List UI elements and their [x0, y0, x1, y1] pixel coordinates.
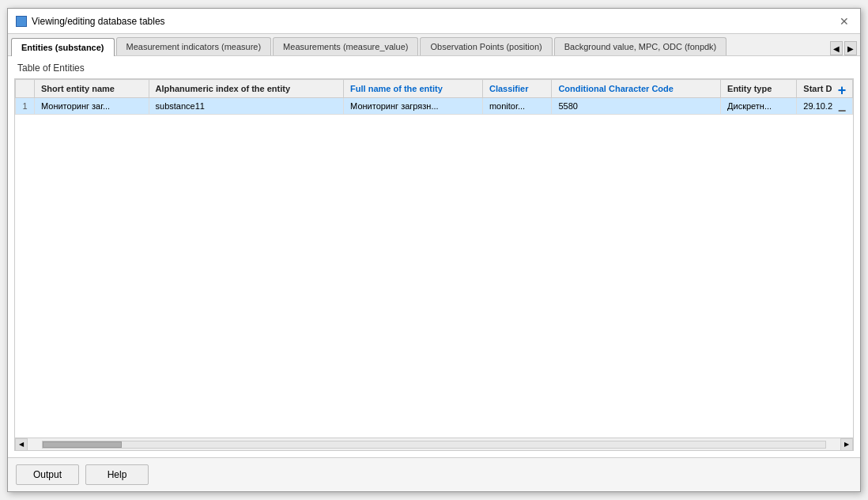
- title-bar-left: Viewing/editing database tables: [16, 16, 165, 27]
- tab-measurement-indicators[interactable]: Measurement indicators (measure): [116, 37, 272, 55]
- tabs-navigation: ◀ ▶: [830, 38, 860, 55]
- window-title: Viewing/editing database tables: [32, 16, 165, 27]
- col-header-alpha-index: Alphanumeric index of the entity: [149, 80, 344, 98]
- entities-table: Short entity name Alphanumeric index of …: [15, 79, 853, 115]
- main-window: Viewing/editing database tables ✕ Entiti…: [7, 8, 861, 492]
- tabs-prev-button[interactable]: ◀: [830, 41, 843, 55]
- table-title: Table of Entities: [14, 62, 854, 74]
- table-header-row: Short entity name Alphanumeric index of …: [16, 80, 853, 98]
- add-row-button[interactable]: +: [834, 82, 850, 98]
- output-button[interactable]: Output: [16, 464, 79, 485]
- col-header-classifier: Classifier: [482, 80, 551, 98]
- cell-row-num: 1: [16, 98, 35, 115]
- col-header-short-name: Short entity name: [35, 80, 149, 98]
- cell-short-name: Мониторинг заг...: [35, 98, 149, 115]
- content-area: Table of Entities + − Short entity name …: [8, 56, 860, 457]
- tabs-next-button[interactable]: ▶: [844, 41, 857, 55]
- cell-entity-type: Дискретн...: [721, 98, 797, 115]
- help-button[interactable]: Help: [85, 464, 149, 485]
- col-header-cond-char-code: Conditional Character Code: [552, 80, 721, 98]
- title-bar: Viewing/editing database tables ✕: [8, 9, 860, 34]
- tab-entities[interactable]: Entities (substance): [11, 38, 115, 56]
- cell-alpha-index: substance11: [149, 98, 344, 115]
- cell-cond-char-code: 5580: [552, 98, 721, 115]
- tab-background-value[interactable]: Background value, MPC, ODC (fonpdk): [554, 37, 727, 55]
- scroll-right-arrow[interactable]: ▶: [840, 438, 853, 451]
- remove-row-button[interactable]: −: [834, 103, 850, 119]
- cell-classifier: monitor...: [482, 98, 551, 115]
- tab-observation-points[interactable]: Observation Points (position): [420, 37, 552, 55]
- cell-full-name: Мониторинг загрязн...: [344, 98, 483, 115]
- database-icon: [16, 16, 27, 27]
- table-row[interactable]: 1 Мониторинг заг... substance11 Монитори…: [16, 98, 853, 115]
- tabs-bar: Entities (substance) Measurement indicat…: [8, 34, 860, 56]
- table-container: + − Short entity name Alphanumeric index…: [14, 78, 854, 451]
- horizontal-scrollbar[interactable]: ◀ ▶: [15, 438, 853, 450]
- scrollbar-thumb[interactable]: [43, 441, 122, 448]
- col-header-rownum: [16, 80, 35, 98]
- footer: Output Help: [8, 457, 860, 491]
- scrollbar-track[interactable]: [42, 441, 826, 449]
- col-header-full-name: Full name of the entity: [344, 80, 483, 98]
- tab-measurements[interactable]: Measurements (measure_value): [273, 37, 418, 55]
- close-button[interactable]: ✕: [836, 13, 852, 29]
- scroll-left-arrow[interactable]: ◀: [15, 438, 28, 451]
- col-header-entity-type: Entity type: [721, 80, 797, 98]
- table-wrapper[interactable]: Short entity name Alphanumeric index of …: [15, 79, 853, 438]
